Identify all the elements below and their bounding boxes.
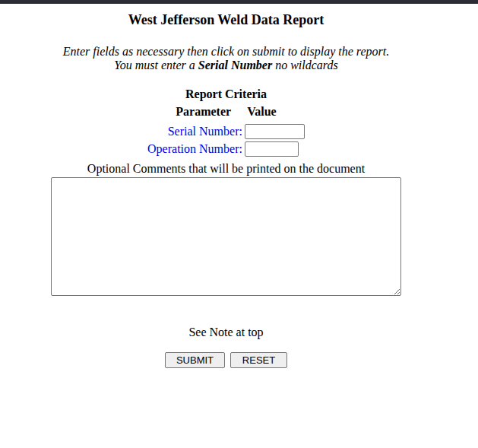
- window-top-bar: [0, 0, 478, 4]
- table-row-operation-number: Operation Number:: [147, 141, 305, 157]
- instructions-line1: Enter fields as necessary then click on …: [63, 45, 390, 58]
- report-form: West Jefferson Weld Data Report Enter fi…: [0, 12, 452, 368]
- operation-number-input[interactable]: [245, 141, 299, 157]
- submit-button[interactable]: SUBMIT: [165, 352, 225, 368]
- instructions-text: Enter fields as necessary then click on …: [0, 45, 452, 73]
- button-row: SUBMITRESET: [0, 352, 452, 368]
- reset-button[interactable]: RESET: [230, 352, 287, 368]
- instructions-line2: You must enter a Serial Number no wildca…: [114, 59, 337, 71]
- comments-label: Optional Comments that will be printed o…: [0, 161, 452, 176]
- operation-number-label: Operation Number:: [147, 141, 242, 157]
- comments-textarea[interactable]: [51, 177, 401, 296]
- see-note-text: See Note at top: [0, 325, 452, 339]
- table-row-serial-number: Serial Number:: [147, 124, 305, 139]
- serial-number-input[interactable]: [245, 124, 305, 139]
- column-header-parameter: Parameter: [176, 105, 231, 118]
- page-title: West Jefferson Weld Data Report: [0, 12, 452, 29]
- serial-number-emphasis: Serial Number: [198, 59, 272, 71]
- serial-number-label: Serial Number:: [147, 124, 242, 139]
- column-header-value: Value: [247, 105, 277, 118]
- criteria-table: Serial Number: Operation Number:: [145, 122, 307, 159]
- criteria-column-headers: ParameterValue: [0, 104, 452, 120]
- criteria-heading: Report Criteria: [0, 87, 452, 103]
